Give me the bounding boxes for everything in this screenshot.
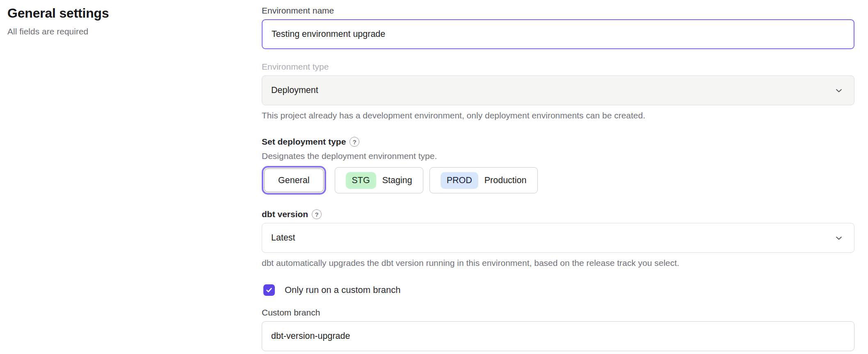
environment-settings-page: General settings All fields are required… bbox=[0, 0, 868, 354]
help-icon[interactable]: ? bbox=[312, 209, 322, 219]
environment-type-label: Environment type bbox=[262, 61, 854, 73]
chevron-down-icon bbox=[834, 234, 843, 243]
environment-type-value: Deployment bbox=[271, 85, 318, 95]
dbt-version-value: Latest bbox=[271, 233, 295, 243]
deployment-type-general-label: General bbox=[278, 175, 310, 186]
production-badge: PROD bbox=[441, 172, 478, 189]
checkmark-icon bbox=[265, 286, 273, 294]
staging-badge: STG bbox=[346, 172, 376, 189]
deployment-type-general-button[interactable]: General bbox=[264, 168, 324, 192]
environment-name-label: Environment name bbox=[262, 5, 854, 16]
deployment-type-production-button[interactable]: PROD Production bbox=[429, 167, 538, 193]
settings-form: Environment name Environment type Deploy… bbox=[262, 5, 854, 351]
custom-branch-checkbox-label[interactable]: Only run on a custom branch bbox=[285, 285, 400, 295]
dbt-version-label: dbt version ? bbox=[262, 209, 854, 220]
custom-branch-checkbox[interactable] bbox=[263, 284, 275, 296]
environment-type-select[interactable]: Deployment bbox=[262, 75, 854, 105]
deployment-type-staging-label: Staging bbox=[382, 175, 412, 186]
page-subtitle: All fields are required bbox=[7, 27, 237, 36]
dbt-version-label-text: dbt version bbox=[262, 209, 308, 220]
custom-branch-label: Custom branch bbox=[262, 307, 854, 318]
deployment-type-description: Designates the deployment environment ty… bbox=[262, 151, 854, 161]
deployment-type-label: Set deployment type ? bbox=[262, 136, 854, 148]
deployment-type-label-text: Set deployment type bbox=[262, 136, 346, 148]
chevron-down-icon bbox=[834, 86, 843, 95]
help-icon[interactable]: ? bbox=[349, 137, 359, 147]
deployment-type-staging-button[interactable]: STG Staging bbox=[335, 167, 423, 193]
dbt-version-select[interactable]: Latest bbox=[262, 223, 854, 253]
environment-type-helper: This project already has a development e… bbox=[262, 110, 854, 121]
custom-branch-input[interactable] bbox=[262, 321, 854, 351]
page-title: General settings bbox=[7, 6, 237, 21]
deployment-type-button-group: General STG Staging PROD Production bbox=[262, 167, 854, 193]
environment-name-input[interactable] bbox=[262, 19, 854, 49]
dbt-version-helper: dbt automatically upgrades the dbt versi… bbox=[262, 258, 854, 268]
custom-branch-checkbox-row: Only run on a custom branch bbox=[262, 284, 854, 296]
deployment-type-production-label: Production bbox=[484, 175, 527, 186]
page-header: General settings All fields are required bbox=[7, 6, 237, 36]
